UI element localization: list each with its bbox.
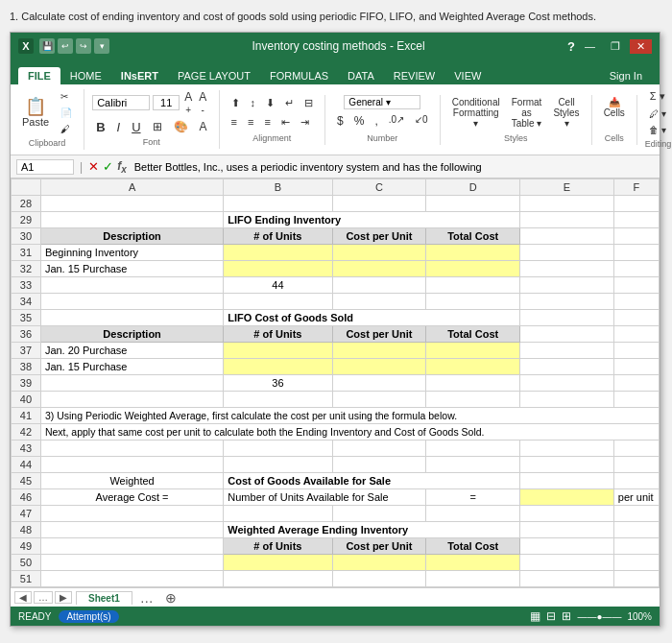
- align-top-btn[interactable]: ⬆: [228, 95, 244, 111]
- decimal-decrease-btn[interactable]: ↙0: [411, 112, 432, 130]
- cell-reference-box[interactable]: A1: [16, 159, 74, 175]
- attempt-badge[interactable]: Attempt(s): [59, 610, 118, 623]
- col-header-B[interactable]: B: [224, 179, 332, 196]
- col-header-D[interactable]: D: [426, 179, 520, 196]
- cell-D51[interactable]: [426, 571, 520, 587]
- cell-B37[interactable]: [224, 343, 332, 359]
- cell-A50[interactable]: [40, 555, 223, 571]
- cell-E39[interactable]: [520, 375, 614, 392]
- cell-B31[interactable]: [224, 245, 332, 261]
- cell-D39[interactable]: [426, 375, 520, 392]
- cell-E49[interactable]: [520, 538, 614, 555]
- cancel-formula-btn[interactable]: ✕: [88, 159, 99, 174]
- cut-button[interactable]: ✂: [57, 89, 76, 104]
- format-table-btn[interactable]: Format asTable ▾: [508, 95, 546, 131]
- page-layout-icon[interactable]: ⊟: [546, 609, 556, 623]
- cell-D47[interactable]: [426, 506, 520, 522]
- font-color-button[interactable]: A: [196, 118, 211, 135]
- cell-D50[interactable]: [426, 555, 520, 571]
- confirm-formula-btn[interactable]: ✓: [103, 159, 113, 174]
- border-button[interactable]: ⊞: [149, 118, 166, 135]
- tab-formulas[interactable]: FORMULAS: [260, 67, 338, 84]
- cell-D32[interactable]: [426, 261, 520, 277]
- cell-D34[interactable]: [426, 294, 520, 310]
- cell-D36[interactable]: Total Cost: [426, 326, 520, 343]
- cell-A45[interactable]: Weighted: [40, 473, 223, 489]
- col-header-E[interactable]: E: [520, 179, 614, 196]
- wrap-text-btn[interactable]: ↵: [281, 95, 298, 111]
- cell-C36[interactable]: Cost per Unit: [332, 326, 426, 343]
- cell-A30[interactable]: Description: [40, 228, 223, 245]
- cell-C47[interactable]: [332, 506, 426, 522]
- cell-C38[interactable]: [332, 359, 426, 375]
- bold-button[interactable]: B: [92, 120, 108, 134]
- cell-B43[interactable]: [224, 441, 332, 457]
- cell-A38[interactable]: Jan. 15 Purchase: [40, 359, 223, 375]
- close-btn[interactable]: ✕: [630, 39, 652, 54]
- cell-E33[interactable]: [520, 277, 614, 294]
- cell-D49[interactable]: Total Cost: [426, 538, 520, 555]
- cell-B44[interactable]: [224, 457, 332, 473]
- cell-E45[interactable]: [520, 473, 614, 489]
- cell-F40[interactable]: [613, 392, 659, 408]
- cell-D33[interactable]: [426, 277, 520, 294]
- cell-E28[interactable]: [520, 196, 614, 212]
- cell-B38[interactable]: [224, 359, 332, 375]
- cell-F36[interactable]: [613, 326, 659, 343]
- cell-C43[interactable]: [332, 441, 426, 457]
- help-icon[interactable]: ?: [567, 39, 575, 54]
- clear-btn[interactable]: 🗑 ▾: [645, 123, 670, 137]
- cell-A42[interactable]: Next, apply that same cost per unit to c…: [40, 424, 659, 441]
- cell-F49[interactable]: [613, 538, 659, 555]
- cell-A51[interactable]: [40, 571, 223, 587]
- cell-C49[interactable]: Cost per Unit: [332, 538, 426, 555]
- cell-E48[interactable]: [520, 522, 614, 538]
- cell-E51[interactable]: [520, 571, 614, 587]
- col-header-C[interactable]: C: [332, 179, 426, 196]
- cell-D38[interactable]: [426, 359, 520, 375]
- cell-B30[interactable]: # of Units: [224, 228, 332, 245]
- cell-A34[interactable]: [40, 294, 223, 310]
- page-break-icon[interactable]: ⊞: [562, 609, 571, 623]
- cell-C39[interactable]: [332, 375, 426, 392]
- redo-icon[interactable]: ↪: [76, 38, 91, 54]
- cell-E38[interactable]: [520, 359, 614, 375]
- cell-B28[interactable]: [224, 196, 332, 212]
- cell-E43[interactable]: [520, 441, 614, 457]
- cell-E32[interactable]: [520, 261, 614, 277]
- tab-sign-in[interactable]: Sign In: [600, 67, 652, 84]
- cell-A40[interactable]: [40, 392, 223, 408]
- cell-A46[interactable]: Average Cost =: [40, 489, 223, 506]
- cell-B29[interactable]: LIFO Ending Inventory: [224, 212, 520, 228]
- sheet-prev-btn[interactable]: ◀: [14, 591, 32, 604]
- undo-icon[interactable]: ↩: [58, 38, 73, 54]
- cell-D37[interactable]: [426, 343, 520, 359]
- cell-D31[interactable]: [426, 245, 520, 261]
- cell-B51[interactable]: [224, 571, 332, 587]
- cell-C50[interactable]: [332, 555, 426, 571]
- save-icon[interactable]: 💾: [39, 38, 55, 54]
- cell-F51[interactable]: [613, 571, 659, 587]
- cell-styles-btn[interactable]: CellStyles ▾: [549, 95, 583, 131]
- cell-A49[interactable]: [40, 538, 223, 555]
- zoom-slider[interactable]: ——●——: [577, 611, 621, 622]
- cell-E30[interactable]: [520, 228, 614, 245]
- restore-btn[interactable]: ❐: [605, 39, 626, 54]
- cell-B32[interactable]: [224, 261, 332, 277]
- cell-A48[interactable]: [40, 522, 223, 538]
- font-name-box[interactable]: Calibri: [92, 95, 150, 110]
- customize-icon[interactable]: ▾: [94, 38, 109, 54]
- fill-btn[interactable]: 🖊 ▾: [645, 107, 670, 121]
- cell-B49[interactable]: # of Units: [224, 538, 332, 555]
- cell-F28[interactable]: [613, 196, 659, 212]
- cell-C31[interactable]: [332, 245, 426, 261]
- cell-C28[interactable]: [332, 196, 426, 212]
- copy-button[interactable]: 📄: [57, 106, 76, 120]
- cell-F33[interactable]: [613, 277, 659, 294]
- cell-E34[interactable]: [520, 294, 614, 310]
- format-painter-button[interactable]: 🖌: [57, 122, 76, 136]
- cell-F34[interactable]: [613, 294, 659, 310]
- tab-review[interactable]: REVIEW: [384, 67, 444, 84]
- cell-F35[interactable]: [613, 310, 659, 326]
- align-middle-btn[interactable]: ↕: [247, 95, 260, 111]
